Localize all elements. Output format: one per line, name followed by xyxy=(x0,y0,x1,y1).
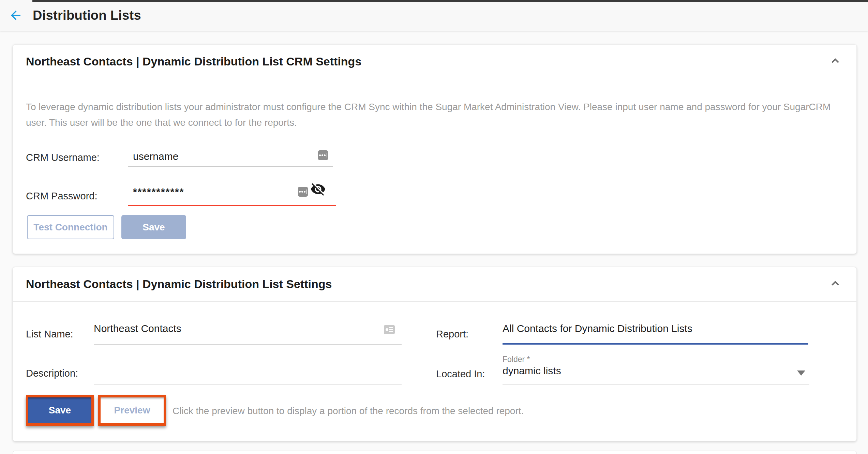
divider xyxy=(13,79,856,79)
list-name-underline xyxy=(94,344,402,345)
eye-slash-icon xyxy=(310,181,326,197)
folder-underline xyxy=(503,384,809,384)
page-title: Distribution Lists xyxy=(33,8,141,23)
crm-save-button[interactable]: Save xyxy=(121,215,186,239)
test-connection-button[interactable]: Test Connection xyxy=(27,215,114,239)
contact-card-icon[interactable] xyxy=(384,324,395,335)
back-button[interactable] xyxy=(8,7,24,24)
chevron-up-icon xyxy=(828,54,842,68)
save-highlight-box: Save xyxy=(26,395,94,426)
arrow-left-icon xyxy=(9,8,23,22)
top-dark-strip xyxy=(32,0,868,2)
list-settings-card: Northeast Contacts | Dynamic Distributio… xyxy=(13,267,857,441)
crm-username-underline xyxy=(128,166,333,167)
folder-select[interactable]: dynamic lists xyxy=(503,365,561,377)
preview-button[interactable]: Preview xyxy=(101,397,164,423)
crm-settings-card: Northeast Contacts | Dynamic Distributio… xyxy=(13,44,857,254)
list-name-input[interactable]: Northeast Contacts xyxy=(94,323,181,334)
caret-down-icon[interactable] xyxy=(797,370,805,376)
crm-card-title: Northeast Contacts | Dynamic Distributio… xyxy=(26,55,361,68)
page-header: Distribution Lists xyxy=(0,0,868,31)
list-save-button[interactable]: Save xyxy=(28,397,91,423)
autofill-dots-icon[interactable] xyxy=(298,187,308,197)
list-collapse-button[interactable] xyxy=(828,276,843,291)
folder-floating-label: Folder * xyxy=(503,355,530,364)
list-card-title: Northeast Contacts | Dynamic Distributio… xyxy=(26,277,332,291)
report-input[interactable]: All Contacts for Dynamic Distribution Li… xyxy=(503,323,692,334)
description-underline xyxy=(94,384,402,384)
crm-password-label: CRM Password: xyxy=(26,191,98,202)
located-in-label: Located In: xyxy=(436,368,485,380)
preview-hint-text: Click the preview button to display a po… xyxy=(173,406,524,417)
autofill-dots-icon[interactable] xyxy=(318,150,328,160)
crm-collapse-button[interactable] xyxy=(828,54,843,69)
chevron-up-icon xyxy=(828,277,842,290)
next-card-top-edge xyxy=(13,451,857,454)
preview-highlight-box: Preview xyxy=(98,395,166,426)
crm-username-label: CRM Username: xyxy=(26,152,100,163)
crm-password-input[interactable]: *********** xyxy=(133,186,184,198)
crm-card-description: To leverage dynamic distribution lists y… xyxy=(26,99,849,131)
description-label: Description: xyxy=(26,368,78,379)
report-underline xyxy=(503,343,808,345)
toggle-password-visibility-button[interactable] xyxy=(310,181,326,197)
crm-password-error-underline xyxy=(128,205,336,206)
report-label: Report: xyxy=(436,329,468,340)
crm-username-input[interactable]: username xyxy=(133,151,178,162)
divider xyxy=(13,301,856,302)
list-name-label: List Name: xyxy=(26,329,73,340)
